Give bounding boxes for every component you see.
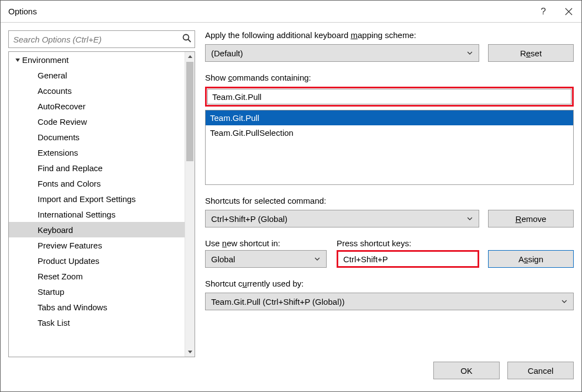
tree-label: Product Updates [38,256,99,266]
tree-label: Extensions [38,148,78,157]
tree-item-general[interactable]: General [9,67,185,83]
press-keys-highlight [337,250,479,268]
help-button[interactable]: ? [531,1,556,23]
tree-item-autorecover[interactable]: AutoRecover [9,98,185,114]
assign-button[interactable]: Assign [488,250,574,268]
tree-item-preview-features[interactable]: Preview Features [9,237,185,253]
search-wrap [8,30,195,48]
use-new-label: Use new shortcut in: [205,239,327,248]
tree-label: Startup [38,287,64,296]
scroll-up-icon[interactable] [185,52,195,62]
tree-item-international[interactable]: International Settings [9,206,185,222]
options-tree[interactable]: Environment General Accounts AutoRecover… [9,52,185,357]
tree-label: Environment [22,55,69,65]
commands-listbox[interactable]: Team.Git.Pull Team.Git.PullSelection [205,110,574,185]
tree-scrollbar[interactable] [185,52,195,357]
tree-label: Accounts [38,86,72,96]
tree-label: Documents [38,133,80,142]
close-icon [565,8,573,15]
used-by-label: Shortcut currently used by: [205,279,574,288]
dialog-body: Environment General Accounts AutoRecover… [1,23,581,357]
ok-button[interactable]: OK [433,362,500,379]
options-dialog: Options ? Environ [0,0,582,392]
scroll-thumb[interactable] [186,62,193,161]
mapping-scheme-dropdown[interactable]: (Default) [205,44,479,62]
chevron-down-icon [466,214,473,224]
cancel-button[interactable]: Cancel [507,362,574,379]
use-new-value: Global [211,255,314,264]
current-shortcut-value: Ctrl+Shift+P (Global) [211,214,466,224]
svg-point-0 [183,35,189,40]
tree-item-reset-zoom[interactable]: Reset Zoom [9,268,185,284]
tree-item-keyboard[interactable]: Keyboard [9,222,185,237]
tree-item-code-review[interactable]: Code Review [9,114,185,129]
tree-item-accounts[interactable]: Accounts [9,83,185,98]
tree-item-documents[interactable]: Documents [9,129,185,145]
mapping-scheme-value: (Default) [211,49,466,58]
use-new-dropdown[interactable]: Global [205,250,327,268]
shortcuts-label: Shortcuts for selected command: [205,196,574,205]
current-shortcut-dropdown[interactable]: Ctrl+Shift+P (Global) [205,210,479,227]
show-commands-label: Show commands containing: [205,73,574,82]
tree-label: International Settings [38,210,116,219]
tree-wrap: Environment General Accounts AutoRecover… [8,51,195,357]
dialog-title: Options [8,7,531,16]
press-keys-label: Press shortcut keys: [337,239,479,248]
close-button[interactable] [556,1,581,23]
tree-label: Fonts and Colors [38,179,101,188]
scroll-track[interactable] [185,62,195,347]
tree-item-import-export[interactable]: Import and Export Settings [9,191,185,206]
reset-button[interactable]: Reset [488,44,574,62]
tree-item-find-replace[interactable]: Find and Replace [9,160,185,176]
dialog-footer: OK Cancel [1,357,581,391]
tree-node-environment[interactable]: Environment [9,52,185,67]
tree-item-task-list[interactable]: Task List [9,315,185,330]
help-icon: ? [541,6,546,17]
left-pane: Environment General Accounts AutoRecover… [8,30,195,357]
used-by-dropdown[interactable]: Team.Git.Pull (Ctrl+Shift+P (Global)) [205,293,574,310]
right-pane: Apply the following additional keyboard … [205,30,574,357]
ok-label: OK [460,366,473,375]
tree-label: Keyboard [38,225,73,235]
tree-label: Task List [38,318,70,327]
command-item-pullselection[interactable]: Team.Git.PullSelection [206,125,573,140]
search-icon [182,33,192,45]
chevron-down-icon [314,255,321,264]
search-input[interactable] [8,30,195,48]
filter-highlight [205,87,574,107]
command-label: Team.Git.Pull [210,113,259,123]
tree-item-tabs-windows[interactable]: Tabs and Windows [9,299,185,315]
press-keys-input[interactable] [339,252,477,266]
mapping-scheme-label: Apply the following additional keyboard … [205,30,574,40]
cancel-label: Cancel [528,366,554,375]
remove-button[interactable]: Remove [488,210,574,227]
titlebar: Options ? [1,1,581,23]
command-filter-input[interactable] [207,89,571,104]
collapse-icon [13,57,22,62]
command-item-pull[interactable]: Team.Git.Pull [206,110,573,125]
tree-item-fonts-colors[interactable]: Fonts and Colors [9,176,185,191]
tree-label: Code Review [38,117,87,126]
chevron-down-icon [561,297,568,306]
chevron-down-icon [466,49,473,58]
scroll-down-icon[interactable] [185,347,195,357]
tree-label: Tabs and Windows [38,303,107,312]
tree-item-extensions[interactable]: Extensions [9,145,185,160]
tree-item-product-updates[interactable]: Product Updates [9,253,185,268]
command-label: Team.Git.PullSelection [210,128,293,137]
tree-label: AutoRecover [38,102,86,111]
tree-item-startup[interactable]: Startup [9,284,185,299]
used-by-value: Team.Git.Pull (Ctrl+Shift+P (Global)) [211,297,561,306]
tree-label: Find and Replace [38,163,103,173]
tree-label: Preview Features [38,241,102,250]
tree-label: Import and Export Settings [38,194,136,204]
tree-label: General [38,71,67,80]
tree-label: Reset Zoom [38,272,83,281]
